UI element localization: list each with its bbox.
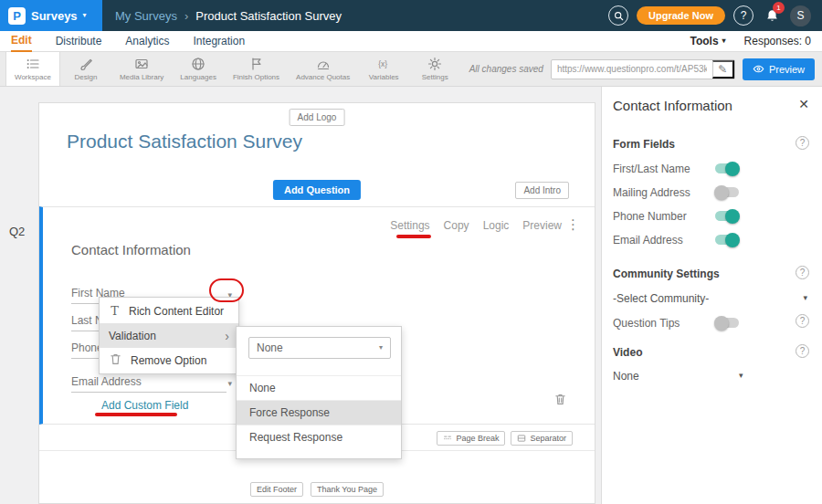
notification-count-badge: 1 (773, 2, 785, 14)
menu-item-validation[interactable]: Validation › (100, 323, 238, 348)
trash-icon (109, 352, 122, 369)
tab-integration[interactable]: Integration (193, 31, 245, 52)
separator-label: Separator (530, 434, 566, 443)
question-settings-action[interactable]: Settings (390, 219, 429, 232)
thank-you-page-button[interactable]: Thank You Page (311, 482, 384, 497)
toolbar-item-variables[interactable]: {x} Variables (358, 52, 409, 86)
question-settings-sidebar: Contact Information ✕ Form Fields ? Firs… (601, 87, 822, 504)
survey-url-box: ✎ (551, 59, 735, 79)
menu-item-rich-content-editor[interactable]: T Rich Content Editor (100, 299, 238, 323)
page-break-button[interactable]: Page Break (437, 431, 505, 446)
eye-icon (753, 63, 764, 75)
nav-right-group: Tools ▾ Responses: 0 (690, 35, 811, 47)
toggle-knob (714, 316, 729, 331)
tab-distribute[interactable]: Distribute (56, 31, 102, 52)
toolbar-item-settings[interactable]: Settings (409, 52, 460, 86)
survey-url-input[interactable] (552, 64, 712, 74)
form-field-email: Email Address ▾ (71, 373, 227, 393)
separator-button[interactable]: Separator (511, 431, 573, 446)
toggle-label-mailing-address: Mailing Address (613, 186, 690, 199)
toggle-mailing-address[interactable] (715, 187, 739, 197)
sidebar-title: Contact Information (613, 98, 732, 113)
validation-select[interactable]: None ▾ (248, 337, 391, 359)
question-tips-help-icon[interactable]: ? (796, 314, 809, 328)
toggle-email-address[interactable] (715, 235, 739, 245)
search-icon[interactable] (608, 5, 628, 26)
validation-option-force-response[interactable]: Force Response (237, 400, 401, 425)
toggle-phone-number[interactable] (715, 211, 739, 221)
breadcrumb-current-survey: Product Satisfaction Survey (195, 9, 342, 23)
question-more-menu-icon[interactable]: ⋮ (566, 216, 580, 233)
community-select[interactable]: -Select Community- (613, 292, 709, 305)
toolbar-item-label: Languages (180, 73, 216, 81)
question-title[interactable]: Contact Information (71, 242, 191, 257)
add-intro-button[interactable]: Add Intro (515, 182, 569, 199)
validation-options-list: None Force Response Request Response (237, 375, 401, 449)
validation-option-none[interactable]: None (237, 375, 401, 400)
community-select-chevron-icon[interactable]: ▾ (803, 293, 807, 302)
tab-analytics[interactable]: Analytics (125, 31, 169, 52)
rich-text-icon: T (109, 304, 121, 318)
delete-question-trash-icon[interactable] (553, 393, 567, 410)
community-settings-help-icon[interactable]: ? (796, 266, 809, 279)
toolbar-item-design[interactable]: Design (60, 52, 111, 86)
toolbar-item-languages[interactable]: Languages (172, 52, 225, 86)
questionpro-logo: P (8, 7, 26, 25)
survey-nav-tabs: Edit Distribute Analytics Integration To… (0, 31, 822, 52)
toggle-label-first-last-name: First/Last Name (613, 163, 690, 175)
toolbar-item-media-library[interactable]: Media Library (111, 52, 172, 86)
video-select-chevron-icon[interactable]: ▾ (739, 371, 743, 380)
add-question-button[interactable]: Add Question (273, 180, 361, 200)
edit-url-pencil-icon[interactable]: ✎ (712, 60, 734, 79)
design-icon (79, 57, 93, 71)
close-icon[interactable]: ✕ (798, 97, 809, 111)
preview-button[interactable]: Preview (743, 58, 815, 80)
submenu-chevron-right-icon: › (225, 330, 229, 342)
question-copy-action[interactable]: Copy (444, 219, 469, 232)
toggle-question-tips[interactable] (715, 318, 739, 328)
toolbar-item-label: Design (74, 73, 97, 81)
breadcrumb: My Surveys › Product Satisfaction Survey (115, 9, 342, 23)
toolbar-item-advance-quotas[interactable]: Advance Quotas (288, 52, 358, 86)
toolbar-item-label: Settings (422, 73, 448, 81)
form-fields-help-icon[interactable]: ? (796, 136, 809, 150)
help-icon[interactable]: ? (733, 5, 754, 26)
page-break-label: Page Break (456, 434, 499, 443)
tools-menu[interactable]: Tools ▾ (690, 35, 725, 47)
toolbar-item-label: Finish Options (233, 73, 279, 81)
breadcrumb-my-surveys[interactable]: My Surveys (115, 9, 177, 23)
tab-edit[interactable]: Edit (11, 31, 32, 52)
video-help-icon[interactable]: ? (796, 344, 809, 358)
question-preview-action[interactable]: Preview (522, 219, 562, 232)
page-break-buttons: Page Break Separator (437, 431, 573, 446)
video-heading: Video (613, 346, 642, 359)
survey-title[interactable]: Product Satisfaction Survey (67, 131, 302, 152)
user-avatar[interactable]: S (790, 5, 811, 26)
notifications-bell-icon[interactable]: 1 (762, 5, 782, 26)
field-options-context-menu: T Rich Content Editor Validation › Remov… (99, 297, 239, 374)
add-custom-field-link[interactable]: Add Custom Field (101, 399, 188, 412)
form-fields-heading: Form Fields (613, 138, 675, 151)
menu-item-label: Validation (109, 330, 156, 342)
product-switcher[interactable]: P Surveys ▾ (0, 0, 102, 31)
field-options-chevron-icon[interactable]: ▾ (227, 379, 232, 388)
question-logic-action[interactable]: Logic (483, 219, 510, 232)
toolbar-item-workspace[interactable]: Workspace (5, 52, 60, 86)
toggle-first-last-name[interactable] (715, 163, 739, 173)
editor-toolbar: Workspace Design Media Library Languages… (0, 52, 822, 87)
validation-option-request-response[interactable]: Request Response (237, 425, 401, 449)
save-status-text: All changes saved (469, 64, 543, 74)
top-bar: P Surveys ▾ My Surveys › Product Satisfa… (0, 0, 822, 31)
toolbar-item-finish-options[interactable]: Finish Options (225, 52, 288, 86)
toolbar-item-label: Advance Quotas (296, 73, 350, 81)
menu-item-label: Remove Option (131, 354, 206, 367)
menu-item-label: Rich Content Editor (129, 305, 224, 318)
video-select[interactable]: None (613, 370, 639, 383)
menu-item-remove-option[interactable]: Remove Option (100, 348, 238, 373)
edit-footer-button[interactable]: Edit Footer (250, 482, 303, 497)
toggle-knob (714, 185, 729, 200)
field-label: Email Address (71, 375, 142, 388)
toggle-label-email-address: Email Address (613, 234, 683, 247)
add-logo-button[interactable]: Add Logo (290, 109, 345, 126)
upgrade-now-button[interactable]: Upgrade Now (637, 6, 725, 25)
